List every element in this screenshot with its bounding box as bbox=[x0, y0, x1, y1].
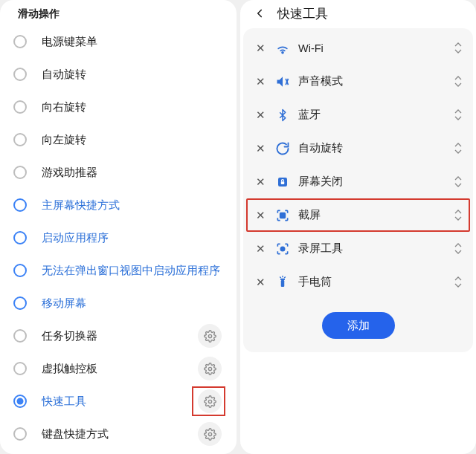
reorder-handle[interactable] bbox=[452, 142, 464, 155]
radio-button[interactable] bbox=[13, 395, 27, 408]
option-label: 快速工具 bbox=[42, 395, 198, 409]
flashlight-icon bbox=[274, 274, 291, 291]
tool-row[interactable]: ✕蓝牙 bbox=[248, 98, 469, 132]
wifi-icon bbox=[274, 40, 291, 56]
radio-button[interactable] bbox=[13, 68, 27, 81]
tool-row[interactable]: ✕自动旋转 bbox=[248, 132, 469, 165]
radio-button[interactable] bbox=[13, 427, 27, 441]
option-row[interactable]: 任务切换器 bbox=[13, 320, 228, 352]
close-icon[interactable]: ✕ bbox=[254, 209, 267, 222]
tool-row[interactable]: ✕声音模式 bbox=[248, 65, 469, 98]
tool-label: 录屏工具 bbox=[298, 241, 452, 256]
radio-button[interactable] bbox=[13, 296, 27, 310]
lock-icon bbox=[274, 174, 291, 190]
radio-button[interactable] bbox=[13, 133, 27, 146]
reorder-handle[interactable] bbox=[452, 242, 464, 256]
option-row[interactable]: 游戏助推器 bbox=[13, 156, 228, 189]
option-row[interactable]: 虚拟触控板 bbox=[13, 352, 228, 385]
back-icon[interactable] bbox=[251, 4, 268, 22]
radio-button[interactable] bbox=[13, 231, 27, 244]
option-row[interactable]: 主屏幕快捷方式 bbox=[13, 189, 228, 221]
screenshot-icon bbox=[274, 207, 291, 224]
radio-button[interactable] bbox=[13, 166, 27, 179]
option-label: 向左旋转 bbox=[42, 133, 228, 147]
highlight-box bbox=[192, 386, 225, 416]
radio-button[interactable] bbox=[13, 264, 27, 277]
radio-button[interactable] bbox=[13, 100, 27, 114]
radio-button[interactable] bbox=[13, 329, 27, 343]
option-label: 游戏助推器 bbox=[42, 166, 228, 180]
reorder-handle[interactable] bbox=[452, 276, 464, 289]
svg-rect-9 bbox=[280, 213, 286, 218]
add-button[interactable]: 添加 bbox=[322, 312, 395, 339]
gear-icon[interactable] bbox=[198, 422, 222, 446]
svg-line-14 bbox=[280, 276, 281, 278]
left-header: 滑动操作 bbox=[0, 0, 237, 25]
option-row[interactable]: 电源键菜单 bbox=[13, 25, 228, 58]
tool-row[interactable]: ✕录屏工具 bbox=[248, 232, 469, 265]
option-label: 移动屏幕 bbox=[42, 296, 228, 311]
left-pane: 滑动操作 电源键菜单自动旋转向右旋转向左旋转游戏助推器主屏幕快捷方式启动应用程序… bbox=[0, 0, 237, 454]
gear-icon[interactable] bbox=[198, 324, 222, 348]
svg-rect-8 bbox=[281, 181, 285, 184]
option-label: 电源键菜单 bbox=[42, 35, 228, 49]
tool-row[interactable]: ✕Wi-Fi bbox=[248, 31, 469, 65]
tool-label: 屏幕关闭 bbox=[298, 175, 452, 189]
right-header: 快速工具 bbox=[240, 0, 476, 25]
reorder-handle[interactable] bbox=[452, 108, 464, 122]
option-row[interactable]: 自动旋转 bbox=[13, 58, 228, 91]
option-row[interactable]: 向左旋转 bbox=[13, 123, 228, 156]
tool-label: Wi-Fi bbox=[298, 42, 452, 54]
svg-rect-11 bbox=[281, 280, 285, 287]
radio-button[interactable] bbox=[13, 35, 27, 48]
rotate-icon bbox=[274, 140, 291, 157]
option-row[interactable]: 键盘快捷方式 bbox=[13, 418, 228, 450]
option-row[interactable]: 向右旋转 bbox=[13, 91, 228, 123]
tool-row[interactable]: ✕截屏 bbox=[246, 198, 470, 232]
option-label: 键盘快捷方式 bbox=[42, 427, 198, 441]
option-label: 自动旋转 bbox=[42, 68, 228, 82]
left-options-list: 电源键菜单自动旋转向右旋转向左旋转游戏助推器主屏幕快捷方式启动应用程序无法在弹出… bbox=[0, 25, 237, 454]
option-row[interactable]: 启动应用程序 bbox=[13, 221, 228, 254]
svg-rect-12 bbox=[280, 278, 285, 279]
close-icon[interactable]: ✕ bbox=[254, 142, 267, 155]
svg-line-15 bbox=[284, 276, 286, 278]
close-icon[interactable]: ✕ bbox=[254, 276, 267, 289]
reorder-handle[interactable] bbox=[452, 209, 464, 222]
close-icon[interactable]: ✕ bbox=[254, 42, 267, 55]
option-row[interactable]: 隐藏触钮 bbox=[13, 450, 228, 454]
sound-icon bbox=[274, 74, 291, 90]
option-label: 主屏幕快捷方式 bbox=[42, 198, 228, 213]
right-pane: 快速工具 ✕Wi-Fi✕声音模式✕蓝牙✕自动旋转✕屏幕关闭✕截屏✕录屏工具✕手电… bbox=[240, 0, 476, 454]
reorder-handle[interactable] bbox=[452, 42, 464, 55]
gear-icon[interactable] bbox=[198, 357, 222, 380]
reorder-handle[interactable] bbox=[452, 75, 464, 88]
svg-point-1 bbox=[208, 367, 211, 370]
bluetooth-icon bbox=[274, 107, 291, 123]
svg-point-3 bbox=[208, 432, 211, 435]
radio-button[interactable] bbox=[13, 362, 27, 375]
svg-point-0 bbox=[208, 334, 211, 337]
close-icon[interactable]: ✕ bbox=[254, 75, 267, 88]
tools-panel: ✕Wi-Fi✕声音模式✕蓝牙✕自动旋转✕屏幕关闭✕截屏✕录屏工具✕手电筒 添加 bbox=[243, 28, 473, 352]
option-row[interactable]: 无法在弹出窗口视图中启动应用程序 bbox=[13, 254, 228, 287]
tool-label: 截屏 bbox=[298, 208, 452, 222]
option-row[interactable]: 移动屏幕 bbox=[13, 287, 228, 320]
option-label: 启动应用程序 bbox=[42, 231, 228, 245]
tool-label: 蓝牙 bbox=[298, 108, 452, 122]
svg-point-4 bbox=[282, 51, 283, 53]
option-row[interactable]: 快速工具 bbox=[13, 385, 228, 418]
add-button-label: 添加 bbox=[347, 319, 370, 333]
option-label: 虚拟触控板 bbox=[42, 362, 198, 376]
record-icon bbox=[274, 241, 291, 257]
close-icon[interactable]: ✕ bbox=[254, 175, 267, 189]
close-icon[interactable]: ✕ bbox=[254, 242, 267, 256]
radio-button[interactable] bbox=[13, 198, 27, 212]
svg-point-10 bbox=[280, 247, 284, 250]
tool-label: 声音模式 bbox=[298, 74, 452, 88]
reorder-handle[interactable] bbox=[452, 175, 464, 189]
tool-row[interactable]: ✕屏幕关闭 bbox=[248, 165, 469, 198]
tool-label: 手电筒 bbox=[298, 275, 452, 289]
tool-row[interactable]: ✕手电筒 bbox=[248, 265, 469, 299]
close-icon[interactable]: ✕ bbox=[254, 108, 267, 122]
